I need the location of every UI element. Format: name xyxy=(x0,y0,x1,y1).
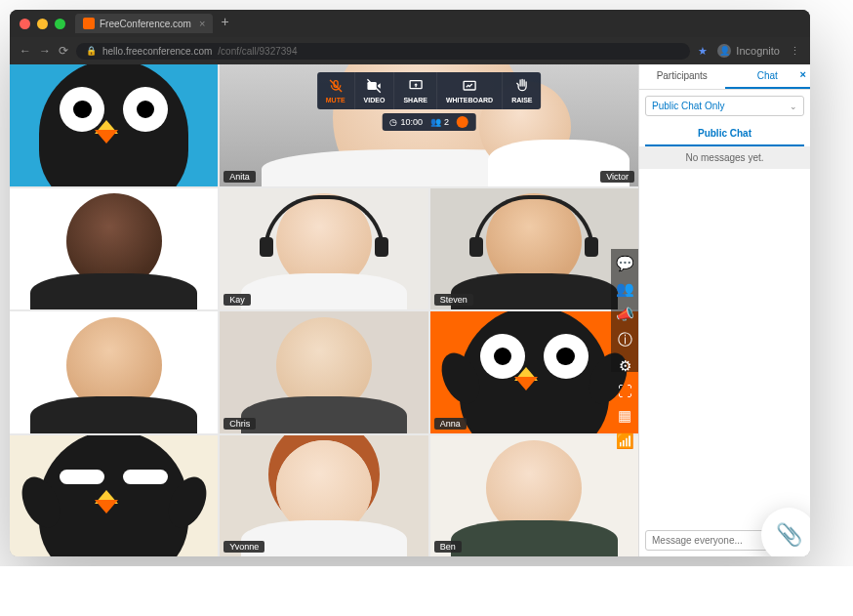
tab-chat[interactable]: Chat xyxy=(725,64,811,89)
video-tile[interactable] xyxy=(10,188,218,310)
info-icon[interactable]: ⓘ xyxy=(615,331,634,349)
lock-icon: 🔒 xyxy=(86,46,97,56)
mute-button[interactable]: MUTE xyxy=(317,72,355,109)
video-tile[interactable]: Ben xyxy=(430,435,638,557)
incognito-label: Incognito xyxy=(736,45,780,57)
headset-icon xyxy=(473,195,594,251)
chat-filter-dropdown[interactable]: Public Chat Only ⌄ xyxy=(645,96,804,116)
side-rail: 💬 👥 📣 ⓘ ⚙ ⛶ ▦ 📶 xyxy=(611,249,638,372)
chat-messages xyxy=(639,169,810,530)
video-tile-self[interactable] xyxy=(10,64,218,186)
participant-name: Ben xyxy=(434,541,462,553)
participant-video xyxy=(430,188,638,310)
connection-icon[interactable]: 📶 xyxy=(615,432,634,450)
reload-button[interactable]: ⟳ xyxy=(59,44,68,58)
people-icon: 👥 xyxy=(430,117,441,127)
participant-name: Anita xyxy=(223,171,256,183)
minimize-window-button[interactable] xyxy=(37,19,48,29)
video-tile[interactable]: Kay xyxy=(220,188,427,310)
new-tab-button[interactable]: + xyxy=(213,14,236,33)
mic-off-icon xyxy=(328,78,344,94)
participant-name: Chris xyxy=(223,418,256,430)
participants-icon[interactable]: 👥 xyxy=(615,280,634,298)
video-tile[interactable]: Anna xyxy=(430,311,638,433)
video-tile[interactable] xyxy=(10,311,218,433)
share-icon xyxy=(408,78,424,94)
video-grid: Anita Victor MUTE VIDEO SHARE xyxy=(10,64,638,556)
chat-icon[interactable]: 💬 xyxy=(615,255,634,272)
participant-video xyxy=(10,311,218,433)
call-timer: ◷ 10:00 xyxy=(389,117,423,127)
tab-participants[interactable]: Participants xyxy=(639,64,725,89)
video-off-icon xyxy=(367,78,383,94)
participant-name: Victor xyxy=(600,171,634,183)
whiteboard-icon xyxy=(462,78,477,94)
browser-tabs: FreeConference.com × + xyxy=(75,14,237,33)
participant-video xyxy=(220,435,427,557)
video-tile[interactable]: Chris xyxy=(220,311,427,433)
titlebar: FreeConference.com × + xyxy=(10,10,810,37)
participant-name: Kay xyxy=(223,294,251,306)
app-content: Anita Victor MUTE VIDEO SHARE xyxy=(10,64,810,556)
chat-section-header: Public Chat xyxy=(645,122,804,146)
chevron-down-icon: ⌄ xyxy=(790,102,797,111)
clock-icon: ◷ xyxy=(389,117,397,127)
incognito-badge[interactable]: 👤 Incognito xyxy=(717,44,780,58)
close-window-button[interactable] xyxy=(20,19,30,29)
avatar-penguin xyxy=(430,311,638,433)
participant-video xyxy=(220,311,427,433)
fullscreen-icon[interactable]: ⛶ xyxy=(615,383,634,399)
url-host: hello.freeconference.com xyxy=(102,46,212,57)
favicon-icon xyxy=(83,18,95,29)
maximize-window-button[interactable] xyxy=(55,19,65,29)
avatar-penguin xyxy=(10,64,218,186)
tab-title: FreeConference.com xyxy=(100,19,191,29)
svg-rect-4 xyxy=(464,81,475,90)
url-field[interactable]: 🔒 hello.freeconference.com/conf/call/932… xyxy=(76,43,690,60)
participant-name: Yvonne xyxy=(223,541,264,553)
chat-panel: Participants Chat × Public Chat Only ⌄ P… xyxy=(638,64,810,556)
participant-video xyxy=(10,188,218,310)
back-button[interactable]: ← xyxy=(20,44,31,58)
browser-window: FreeConference.com × + ← → ⟳ 🔒 hello.fre… xyxy=(10,10,810,556)
video-tile[interactable]: Yvonne xyxy=(220,435,427,557)
raise-hand-button[interactable]: RAISE xyxy=(503,72,541,109)
tab-close-icon[interactable]: × xyxy=(199,18,205,29)
participant-video xyxy=(430,435,638,557)
raise-hand-icon xyxy=(514,78,530,94)
url-path: /conf/call/9327394 xyxy=(218,46,297,57)
megaphone-icon[interactable]: 📣 xyxy=(615,306,634,323)
bookmark-icon[interactable]: ★ xyxy=(698,45,708,58)
participant-video xyxy=(220,188,427,310)
chat-filter-label: Public Chat Only xyxy=(652,101,724,111)
paperclip-icon: 📎 xyxy=(776,522,802,548)
headset-icon xyxy=(264,195,385,251)
share-button[interactable]: SHARE xyxy=(394,72,437,109)
avatar-penguin xyxy=(10,435,218,557)
chat-empty-state: No messages yet. xyxy=(639,146,810,169)
whiteboard-button[interactable]: WHITEBOARD xyxy=(437,72,503,109)
video-tile[interactable]: Anita Victor MUTE VIDEO SHARE xyxy=(220,64,638,186)
incognito-icon: 👤 xyxy=(717,44,731,58)
chat-panel-tabs: Participants Chat × xyxy=(639,64,810,90)
attach-fab[interactable]: 📎 xyxy=(761,508,810,556)
layout-icon[interactable]: ▦ xyxy=(615,407,634,425)
forward-button[interactable]: → xyxy=(39,44,51,58)
menu-icon[interactable]: ⋮ xyxy=(790,45,800,58)
status-indicator-icon xyxy=(457,116,468,128)
browser-tab[interactable]: FreeConference.com × xyxy=(75,14,213,33)
video-tile[interactable]: Steven xyxy=(430,188,638,310)
participant-name: Steven xyxy=(434,294,473,306)
call-toolbar: MUTE VIDEO SHARE WHITEBOARD xyxy=(317,72,542,109)
window-controls xyxy=(20,19,65,29)
video-button[interactable]: VIDEO xyxy=(355,72,395,109)
participant-count: 👥 2 xyxy=(430,117,449,127)
participant-name: Anna xyxy=(434,418,467,430)
video-tile[interactable] xyxy=(10,435,218,557)
close-panel-icon[interactable]: × xyxy=(800,68,806,80)
call-status-bar: ◷ 10:00 👥 2 xyxy=(382,113,476,131)
settings-icon[interactable]: ⚙ xyxy=(615,357,634,375)
address-bar: ← → ⟳ 🔒 hello.freeconference.com/conf/ca… xyxy=(10,37,810,64)
